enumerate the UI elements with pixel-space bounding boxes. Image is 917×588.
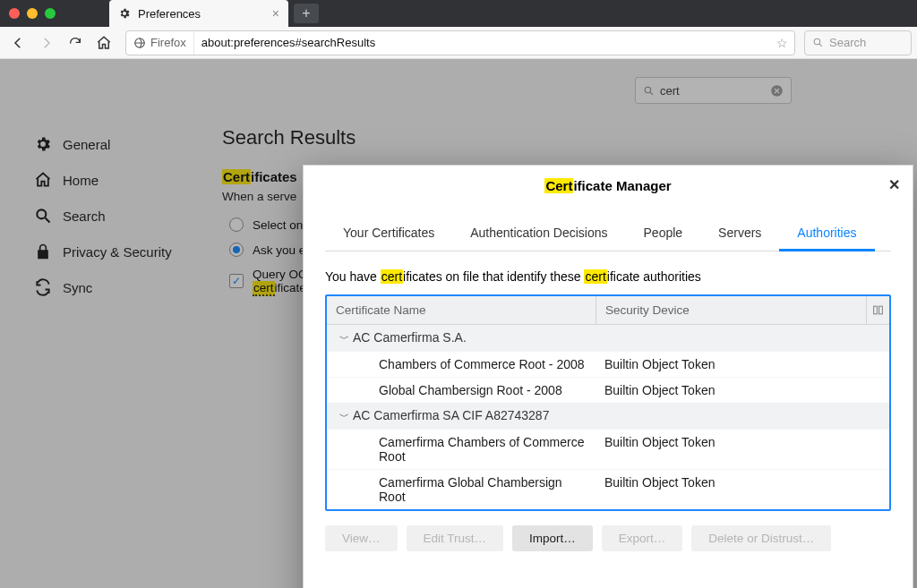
chevron-down-icon: ﹀ bbox=[339, 332, 349, 345]
import-button[interactable]: Import… bbox=[512, 525, 593, 551]
table-row[interactable]: Camerfirma Chambers of Commerce RootBuil… bbox=[327, 429, 889, 469]
nav-toolbar: Firefox about:preferences#searchResults … bbox=[0, 27, 917, 59]
dialog-description: You have certificates on file that ident… bbox=[325, 269, 891, 284]
tab-close-icon[interactable]: × bbox=[272, 7, 279, 20]
tab-preferences[interactable]: Preferences × bbox=[109, 0, 288, 27]
new-tab-button[interactable]: + bbox=[294, 4, 319, 23]
svg-rect-5 bbox=[874, 306, 878, 314]
bookmark-star-icon[interactable]: ☆ bbox=[769, 36, 794, 50]
cell-security-device: Builtin Object Token bbox=[596, 470, 889, 509]
table-group[interactable]: ﹀AC Camerfirma SA CIF A82743287 bbox=[327, 403, 889, 429]
cell-cert-name: Camerfirma Chambers of Commerce Root bbox=[327, 430, 596, 469]
window-close-button[interactable] bbox=[9, 8, 20, 19]
identity-label: Firefox bbox=[150, 36, 186, 49]
cell-security-device: Builtin Object Token bbox=[596, 378, 889, 403]
cell-cert-name: Camerfirma Global Chambersign Root bbox=[327, 470, 596, 509]
certificate-table[interactable]: Certificate Name Security Device ﹀AC Cam… bbox=[325, 294, 891, 511]
svg-rect-6 bbox=[879, 306, 883, 314]
url-text: about:preferences#searchResults bbox=[194, 36, 769, 49]
tab-servers[interactable]: Servers bbox=[700, 217, 779, 251]
gear-icon bbox=[118, 7, 131, 20]
edit-trust-button[interactable]: Edit Trust… bbox=[407, 525, 504, 551]
table-row[interactable]: Camerfirma Global Chambersign RootBuilti… bbox=[327, 469, 889, 509]
dialog-title: Certificate Manager ✕ bbox=[304, 166, 913, 197]
svg-point-1 bbox=[814, 38, 820, 45]
cell-security-device: Builtin Object Token bbox=[596, 352, 889, 377]
table-group[interactable]: ﹀AC Camerfirma S.A. bbox=[327, 325, 889, 351]
delete-distrust-button[interactable]: Delete or Distrust… bbox=[691, 525, 831, 551]
chevron-down-icon: ﹀ bbox=[339, 410, 349, 423]
highlight: Cert bbox=[544, 178, 573, 193]
dialog-close-button[interactable]: ✕ bbox=[888, 176, 900, 193]
export-button[interactable]: Export… bbox=[602, 525, 683, 551]
tab-strip: Preferences × + bbox=[0, 0, 917, 27]
back-button[interactable] bbox=[5, 30, 30, 55]
column-certificate-name[interactable]: Certificate Name bbox=[327, 296, 596, 324]
dialog-tabs: Your Certificates Authentication Decisio… bbox=[325, 217, 891, 251]
tab-title: Preferences bbox=[138, 7, 201, 21]
highlight: cert bbox=[381, 269, 403, 284]
cell-security-device: Builtin Object Token bbox=[596, 430, 889, 469]
cell-cert-name: Global Chambersign Root - 2008 bbox=[327, 378, 596, 403]
tab-authorities[interactable]: Authorities bbox=[779, 217, 874, 251]
column-security-device[interactable]: Security Device bbox=[596, 296, 866, 324]
table-row[interactable]: Global Chambersign Root - 2008Builtin Ob… bbox=[327, 377, 889, 403]
url-bar[interactable]: Firefox about:preferences#searchResults … bbox=[125, 30, 795, 55]
home-button[interactable] bbox=[91, 30, 116, 55]
dialog-button-row: View… Edit Trust… Import… Export… Delete… bbox=[304, 511, 913, 562]
cell-cert-name: Chambers of Commerce Root - 2008 bbox=[327, 352, 596, 377]
tab-auth-decisions[interactable]: Authentication Decisions bbox=[452, 217, 625, 251]
table-header: Certificate Name Security Device bbox=[327, 296, 889, 325]
highlight: cert bbox=[584, 269, 606, 284]
window-minimize-button[interactable] bbox=[27, 8, 38, 19]
view-button[interactable]: View… bbox=[325, 525, 398, 551]
table-row[interactable]: Chambers of Commerce Root - 2008Builtin … bbox=[327, 351, 889, 377]
search-placeholder: Search bbox=[829, 36, 866, 49]
search-bar[interactable]: Search bbox=[804, 30, 912, 55]
identity-box[interactable]: Firefox bbox=[126, 31, 194, 55]
tab-people[interactable]: People bbox=[626, 217, 701, 251]
column-picker-icon[interactable] bbox=[866, 296, 889, 324]
tab-your-certificates[interactable]: Your Certificates bbox=[325, 217, 452, 251]
certificate-manager-dialog: Certificate Manager ✕ Your Certificates … bbox=[303, 165, 913, 588]
window-controls bbox=[9, 8, 56, 19]
reload-button[interactable] bbox=[63, 30, 88, 55]
window-zoom-button[interactable] bbox=[45, 8, 56, 19]
forward-button[interactable] bbox=[34, 30, 59, 55]
